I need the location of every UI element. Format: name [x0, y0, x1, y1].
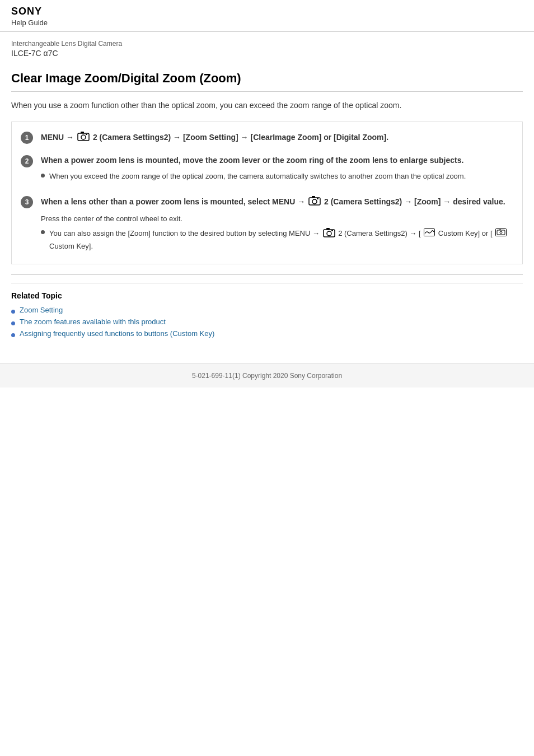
step-3-content: When a lens other than a power zoom lens… — [41, 195, 513, 255]
main-content: Clear Image Zoom/Digital Zoom (Zoom) Whe… — [0, 60, 534, 352]
related-link-zoom-setting[interactable]: Zoom Setting — [20, 306, 63, 314]
related-links-list: Zoom Setting The zoom features available… — [11, 306, 523, 338]
bullet-icon-rel-2 — [11, 321, 15, 325]
svg-point-1 — [81, 135, 86, 139]
breadcrumb: Interchangeable Lens Digital Camera ILCE… — [0, 32, 534, 60]
intro-paragraph: When you use a zoom function other than … — [11, 100, 523, 111]
step-2-content: When a power zoom lens is mounted, move … — [41, 155, 513, 185]
step-1-content: MENU → 2 (Camera Settings2) → [Zoom Sett… — [41, 131, 513, 144]
svg-rect-3 — [86, 134, 87, 135]
bullet-icon — [41, 174, 45, 178]
step-3-number: 3 — [21, 196, 33, 208]
section-divider — [11, 274, 523, 275]
camera-settings2-icon-1 — [77, 131, 90, 144]
step-3-subnote: Press the center of the control wheel to… — [41, 213, 513, 225]
svg-rect-14 — [497, 230, 505, 235]
step-2-main: When a power zoom lens is mounted, move … — [41, 155, 513, 166]
step-1: 1 MENU → 2 (Camera Settings2) → [Zoom Se… — [21, 131, 513, 144]
steps-container: 1 MENU → 2 (Camera Settings2) → [Zoom Se… — [11, 122, 523, 264]
device-model: ILCE-7C α7C — [11, 49, 523, 58]
svg-point-15 — [500, 231, 502, 234]
related-topic-title: Related Topic — [11, 291, 523, 300]
step-2-note-1: When you exceed the zoom range of the op… — [41, 171, 513, 182]
footer-copyright: 5-021-699-11(1) Copyright 2020 Sony Corp… — [192, 372, 342, 380]
camera-settings2-icon-3 — [323, 227, 335, 241]
step-3: 3 When a lens other than a power zoom le… — [21, 195, 513, 255]
page-title: Clear Image Zoom/Digital Zoom (Zoom) — [11, 71, 523, 92]
footer: 5-021-699-11(1) Copyright 2020 Sony Corp… — [0, 363, 534, 388]
bullet-icon-2 — [41, 230, 45, 234]
svg-rect-7 — [317, 198, 318, 199]
svg-rect-16 — [499, 230, 501, 231]
svg-rect-11 — [331, 230, 333, 231]
related-link-item: The zoom features available with this pr… — [11, 318, 523, 326]
step-3-main: When a lens other than a power zoom lens… — [41, 195, 513, 209]
custom-key-photo-icon — [495, 228, 507, 240]
step-3-sub: Press the center of the control wheel to… — [41, 213, 513, 252]
header: SONY Help Guide — [0, 0, 534, 32]
step-1-main: MENU → 2 (Camera Settings2) → [Zoom Sett… — [41, 131, 513, 144]
header-subtitle: Help Guide — [11, 18, 523, 27]
camera-settings2-icon-2 — [308, 195, 321, 209]
bullet-icon-rel-1 — [11, 310, 15, 314]
svg-point-5 — [312, 199, 317, 204]
step-1-number: 1 — [21, 132, 33, 144]
step-3-note-1: You can also assign the [Zoom] function … — [41, 227, 513, 251]
related-link-item: Assigning frequently used functions to b… — [11, 329, 523, 338]
device-type: Interchangeable Lens Digital Camera — [11, 39, 523, 49]
related-link-zoom-features[interactable]: The zoom features available with this pr… — [20, 318, 166, 326]
custom-key-wave-icon — [424, 228, 435, 240]
svg-rect-2 — [81, 132, 84, 133]
related-link-custom-key[interactable]: Assigning frequently used functions to b… — [20, 329, 214, 338]
related-link-item: Zoom Setting — [11, 306, 523, 314]
step-2: 2 When a power zoom lens is mounted, mov… — [21, 155, 513, 185]
step-2-notes: When you exceed the zoom range of the op… — [41, 171, 513, 182]
svg-rect-10 — [326, 228, 330, 230]
related-topic: Related Topic Zoom Setting The zoom feat… — [11, 283, 523, 338]
brand-logo: SONY — [11, 6, 523, 17]
step-2-number: 2 — [21, 155, 33, 167]
svg-rect-6 — [312, 196, 315, 198]
svg-point-9 — [327, 231, 331, 236]
bullet-icon-rel-3 — [11, 333, 15, 337]
